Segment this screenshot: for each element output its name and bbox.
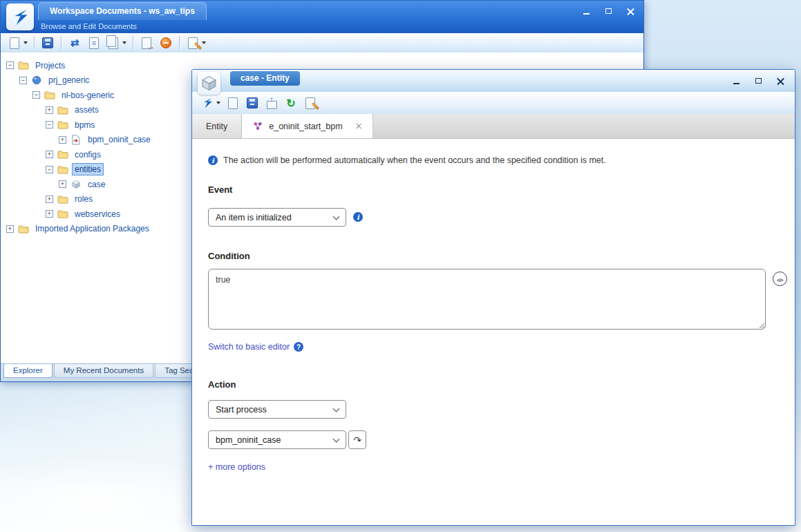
- dropdown-caret-icon: [122, 41, 126, 44]
- tab-e-oninit-start-bpm-label: e_oninit_start_bpm: [269, 122, 342, 131]
- action-label: Action: [208, 379, 236, 390]
- collapse-icon[interactable]: −: [19, 77, 27, 84]
- toolbar-separator: [34, 36, 35, 50]
- expand-icon[interactable]: +: [6, 225, 14, 233]
- new-document-button[interactable]: [6, 35, 30, 51]
- collapse-icon[interactable]: −: [46, 121, 53, 129]
- maximize-button[interactable]: [751, 75, 766, 87]
- main-window-controls: [578, 5, 638, 17]
- project-icon: [30, 75, 42, 86]
- folder-icon: [57, 209, 68, 220]
- condition-input[interactable]: true: [208, 269, 766, 330]
- maximize-icon: [605, 8, 612, 14]
- tab-close-icon[interactable]: [355, 123, 362, 130]
- maximize-button[interactable]: [601, 5, 616, 17]
- maximize-icon: [755, 78, 762, 84]
- tab-entity[interactable]: Entity: [192, 114, 242, 138]
- bpm-icon: [70, 134, 82, 145]
- tab-my-recent-documents[interactable]: My Recent Documents: [54, 364, 153, 378]
- transfer-button[interactable]: [66, 35, 84, 51]
- tree-item-label: nl-bos-generic: [59, 89, 117, 102]
- expand-icon[interactable]: +: [46, 151, 53, 158]
- tab-e-oninit-start-bpm[interactable]: e_oninit_start_bpm: [242, 114, 373, 138]
- event-select-value: An item is initialized: [216, 213, 292, 222]
- view-document-button[interactable]: [85, 35, 103, 51]
- tree-item-label: bpms: [72, 119, 97, 131]
- desktop: Workspace Documents - ws_aw_tips Browse …: [0, 0, 801, 532]
- app-logo-button[interactable]: [198, 95, 223, 111]
- tree-item-label: webservices: [72, 208, 123, 220]
- refresh-icon: [284, 96, 298, 110]
- app-logo-icon: [200, 96, 214, 110]
- entity-cube-icon: [198, 72, 220, 95]
- chevron-down-icon: [333, 213, 340, 220]
- expand-icon[interactable]: +: [46, 196, 53, 203]
- checkin-document-button[interactable]: [138, 35, 156, 51]
- save-icon: [245, 96, 259, 110]
- process-select[interactable]: bpm_oninit_case: [208, 430, 346, 449]
- folder-icon: [44, 90, 55, 101]
- code-icon: [777, 274, 783, 284]
- new-document-button[interactable]: [224, 95, 242, 111]
- minimize-button[interactable]: [728, 75, 744, 87]
- main-window-title: Workspace Documents - ws_aw_tips: [50, 6, 195, 16]
- close-button[interactable]: [773, 75, 788, 87]
- chevron-down-icon: [333, 406, 340, 412]
- dropdown-caret-icon: [23, 41, 28, 44]
- minimize-icon: [583, 13, 590, 15]
- entity-window: case - Entity Entity e_oninit_start_bpm: [191, 69, 795, 526]
- open-process-icon: [353, 435, 361, 446]
- event-info-icon: [353, 212, 363, 222]
- more-options-row: + more options: [208, 462, 265, 472]
- info-row: The action will be performed automatical…: [208, 155, 771, 165]
- folder-icon: [57, 120, 68, 131]
- tree-item-label: assets: [72, 104, 102, 116]
- save-icon: [41, 36, 55, 50]
- minimize-icon: [733, 83, 739, 84]
- cancel-checkout-button[interactable]: [157, 35, 175, 51]
- dropdown-caret-icon: [202, 41, 206, 44]
- folder-icon: [57, 149, 68, 160]
- close-button[interactable]: [623, 5, 638, 17]
- refresh-button[interactable]: [282, 95, 300, 111]
- collapse-icon[interactable]: −: [46, 166, 53, 173]
- event-select[interactable]: An item is initialized: [208, 208, 346, 227]
- expand-icon[interactable]: +: [46, 106, 53, 114]
- edit-form-button[interactable]: [184, 35, 208, 51]
- tab-explorer[interactable]: Explorer: [3, 364, 53, 378]
- collapse-icon[interactable]: −: [6, 61, 14, 69]
- action-select[interactable]: Start process: [208, 400, 346, 419]
- close-icon: [777, 77, 784, 85]
- expand-icon[interactable]: +: [59, 180, 66, 188]
- collapse-icon[interactable]: −: [32, 91, 40, 99]
- save-button[interactable]: [243, 95, 261, 111]
- save-button[interactable]: [39, 35, 57, 51]
- main-toolbar: [1, 33, 643, 53]
- help-icon: [294, 342, 303, 352]
- new-document-icon: [226, 96, 240, 110]
- toolbar-separator: [179, 36, 180, 50]
- open-process-button[interactable]: [348, 430, 366, 449]
- expand-icon[interactable]: +: [46, 210, 53, 218]
- tree-item-label: Projects: [32, 59, 68, 72]
- entity-window-title-tab: case - Entity: [230, 71, 300, 86]
- basic-editor-row: Switch to basic editor: [208, 342, 303, 352]
- chevron-down-icon: [333, 436, 340, 443]
- copy-document-button[interactable]: [104, 35, 129, 51]
- folder-icon: [57, 104, 68, 115]
- dropdown-caret-icon: [216, 102, 220, 104]
- entity-tab-bar: Entity e_oninit_start_bpm: [192, 114, 795, 139]
- edit-form-button[interactable]: [301, 95, 319, 111]
- minimize-button[interactable]: [578, 5, 594, 17]
- cancel-checkout-icon: [159, 36, 173, 50]
- entity-toolbar: [192, 92, 795, 115]
- close-icon: [627, 8, 634, 15]
- tree-item-label: roles: [72, 193, 95, 205]
- switch-basic-editor-link[interactable]: Switch to basic editor: [208, 342, 290, 352]
- expand-icon[interactable]: +: [59, 136, 66, 144]
- advanced-editor-button[interactable]: [773, 272, 787, 286]
- view-document-icon: [87, 36, 101, 50]
- process-select-value: bpm_oninit_case: [216, 435, 281, 445]
- more-options-link[interactable]: + more options: [208, 462, 265, 472]
- publish-button[interactable]: [263, 95, 281, 111]
